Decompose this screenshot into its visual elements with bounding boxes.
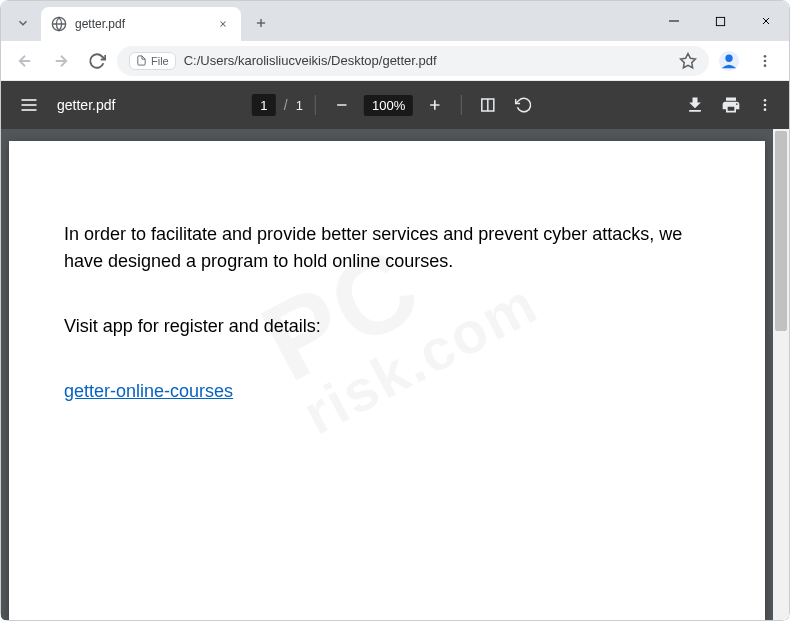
tab-strip: getter.pdf [1,1,789,41]
page-number-input[interactable] [252,94,276,116]
new-tab-button[interactable] [247,9,275,37]
bookmark-button[interactable] [679,52,697,70]
toolbar-divider [315,95,316,115]
vertical-scrollbar[interactable] [773,129,789,620]
pdf-viewer: In order to facilitate and provide bette… [1,129,789,620]
pdf-more-button[interactable] [757,97,773,113]
browser-tab[interactable]: getter.pdf [41,7,241,41]
omnibox[interactable]: File C:/Users/karolisliucveikis/Desktop/… [117,46,709,76]
zoom-out-button[interactable] [328,91,356,119]
pdf-page: In order to facilitate and provide bette… [9,141,765,620]
profile-button[interactable] [713,45,745,77]
scrollbar-thumb[interactable] [775,131,787,331]
file-chip: File [129,52,176,70]
maximize-button[interactable] [697,1,743,41]
window-controls [651,1,789,41]
svg-point-15 [764,55,767,58]
address-bar: File C:/Users/karolisliucveikis/Desktop/… [1,41,789,81]
close-window-button[interactable] [743,1,789,41]
fit-page-button[interactable] [474,91,502,119]
print-button[interactable] [721,95,741,115]
file-chip-label: File [151,55,169,67]
svg-point-27 [764,104,767,107]
pdf-toolbar-center: / 1 100% [252,91,538,119]
pdf-content: In order to facilitate and provide bette… [64,221,710,405]
chrome-menu-button[interactable] [749,45,781,77]
rotate-button[interactable] [510,91,538,119]
page-separator: / [284,97,288,113]
forward-button[interactable] [45,45,77,77]
browser-window: getter.pdf [0,0,790,621]
pdf-paragraph: Visit app for register and details: [64,313,710,340]
pdf-paragraph: In order to facilitate and provide bette… [64,221,710,275]
svg-rect-7 [716,17,724,25]
svg-point-28 [764,108,767,111]
download-button[interactable] [685,95,705,115]
pdf-toolbar-right [685,95,773,115]
zoom-in-button[interactable] [421,91,449,119]
svg-point-17 [764,64,767,67]
tab-close-button[interactable] [215,16,231,32]
pdf-toolbar: getter.pdf / 1 100% [1,81,789,129]
pdf-filename: getter.pdf [57,97,115,113]
reload-button[interactable] [81,45,113,77]
page-total: 1 [296,98,303,113]
file-icon [136,55,147,66]
svg-point-14 [725,54,732,61]
tab-title: getter.pdf [75,17,207,31]
url-text: C:/Users/karolisliucveikis/Desktop/gette… [184,53,671,68]
zoom-level: 100% [364,95,413,116]
minimize-button[interactable] [651,1,697,41]
pdf-link[interactable]: getter-online-courses [64,381,233,401]
pdf-page-container: In order to facilitate and provide bette… [1,129,773,620]
svg-point-16 [764,59,767,62]
toolbar-divider [461,95,462,115]
tab-search-button[interactable] [9,9,37,37]
globe-icon [51,16,67,32]
pdf-menu-button[interactable] [17,93,41,117]
svg-marker-12 [681,53,696,67]
back-button[interactable] [9,45,41,77]
svg-point-26 [764,99,767,102]
